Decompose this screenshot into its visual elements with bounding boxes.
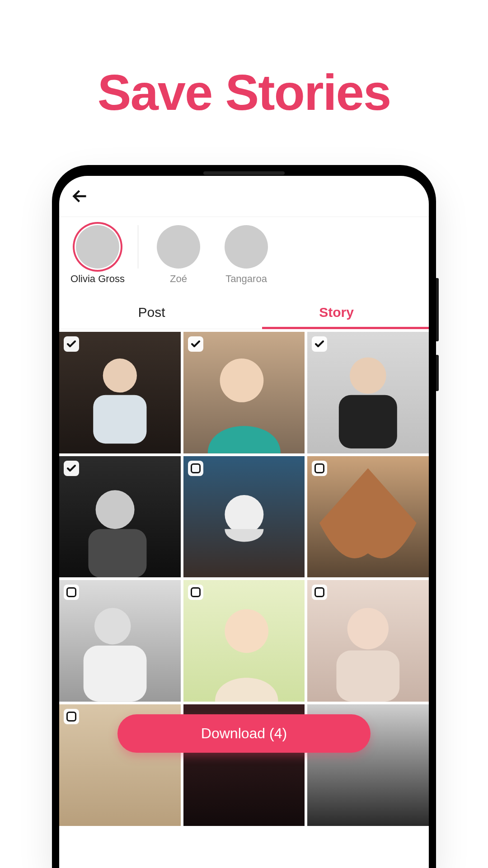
select-checkbox[interactable] [188, 461, 203, 476]
tabs: Post Story [59, 296, 429, 329]
svg-point-9 [94, 608, 131, 645]
svg-point-4 [350, 357, 386, 394]
avatar [157, 225, 200, 269]
users-row[interactable]: Olivia Gross Zoé Tangaroa [59, 217, 429, 296]
select-checkbox[interactable] [312, 336, 327, 352]
avatar [225, 225, 268, 269]
story-tile[interactable] [59, 580, 181, 702]
story-tile[interactable] [307, 580, 429, 702]
svg-point-6 [96, 490, 135, 529]
select-checkbox[interactable] [188, 336, 203, 352]
select-checkbox[interactable] [64, 461, 79, 476]
story-tile[interactable] [183, 456, 305, 578]
story-tile[interactable] [307, 332, 429, 453]
phone-side-button [436, 355, 439, 391]
story-tile[interactable] [183, 580, 305, 702]
hero-title: Save Stories [0, 63, 488, 122]
user-item-tangaroa[interactable]: Tangaroa [212, 225, 280, 285]
story-tile[interactable] [307, 456, 429, 578]
svg-point-12 [347, 608, 389, 649]
select-checkbox[interactable] [312, 585, 327, 600]
back-button[interactable] [70, 186, 90, 206]
avatar [76, 225, 119, 269]
app-screen: Olivia Gross Zoé Tangaroa Post Story [59, 176, 429, 868]
select-checkbox[interactable] [188, 585, 203, 600]
phone-side-button [436, 278, 439, 341]
svg-rect-7 [88, 529, 146, 577]
svg-point-3 [220, 359, 263, 402]
user-item-olivia[interactable]: Olivia Gross [64, 225, 131, 285]
svg-rect-10 [84, 646, 147, 702]
divider-vertical [138, 225, 138, 269]
arrow-left-icon [72, 188, 88, 204]
tab-post[interactable]: Post [59, 296, 244, 329]
user-name: Olivia Gross [70, 273, 125, 285]
select-checkbox[interactable] [64, 336, 79, 352]
user-name: Tangaroa [225, 273, 267, 285]
select-checkbox[interactable] [64, 709, 79, 724]
svg-point-11 [225, 609, 268, 653]
tab-story[interactable]: Story [244, 296, 429, 329]
svg-rect-13 [337, 651, 400, 702]
user-name: Zoé [170, 273, 187, 285]
user-item-zoe[interactable]: Zoé [145, 225, 212, 285]
story-tile[interactable] [183, 332, 305, 453]
story-tile[interactable] [59, 332, 181, 453]
svg-point-1 [103, 359, 137, 392]
story-tile[interactable] [59, 456, 181, 578]
topbar [59, 176, 429, 217]
svg-rect-2 [93, 395, 146, 443]
select-checkbox[interactable] [312, 461, 327, 476]
svg-rect-5 [339, 395, 397, 448]
download-button[interactable]: Download (4) [117, 714, 371, 753]
phone-frame: Olivia Gross Zoé Tangaroa Post Story [52, 165, 436, 868]
select-checkbox[interactable] [64, 585, 79, 600]
svg-point-8 [225, 495, 263, 534]
